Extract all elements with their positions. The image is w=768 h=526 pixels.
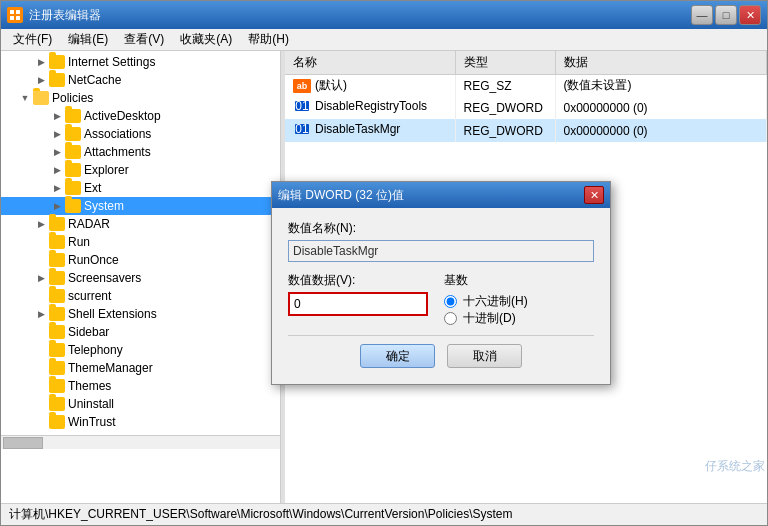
svg-rect-2 <box>10 16 14 20</box>
value-row: 数值数据(V): 基数 十六进制(H) <box>288 272 594 327</box>
tree-item-thememanager[interactable]: ThemeManager <box>1 359 280 377</box>
status-bar: 计算机\HKEY_CURRENT_USER\Software\Microsoft… <box>1 503 767 525</box>
tree-label: ActiveDesktop <box>84 109 161 123</box>
menu-favorites[interactable]: 收藏夹(A) <box>172 29 240 50</box>
tree-item-system[interactable]: ▶ System <box>1 197 280 215</box>
cancel-button[interactable]: 取消 <box>447 344 522 368</box>
expand-icon: ▶ <box>49 198 65 214</box>
tree-item-uninstall[interactable]: Uninstall <box>1 395 280 413</box>
dec-radio-row: 十进制(D) <box>444 310 528 327</box>
expand-icon <box>33 324 49 340</box>
tree-label: NetCache <box>68 73 121 87</box>
tree-item-runonce[interactable]: RunOnce <box>1 251 280 269</box>
folder-icon <box>49 73 65 87</box>
tree-label: Themes <box>68 379 111 393</box>
dialog-body: 数值名称(N): 数值数据(V): 基数 <box>272 208 610 384</box>
tree-label: Run <box>68 235 90 249</box>
folder-icon <box>49 289 65 303</box>
minimize-button[interactable]: — <box>691 5 713 25</box>
tree-item-telephony[interactable]: Telephony <box>1 341 280 359</box>
expand-icon <box>33 342 49 358</box>
expand-icon <box>33 234 49 250</box>
expand-icon: ▶ <box>33 306 49 322</box>
tree-label: Ext <box>84 181 101 195</box>
folder-icon <box>49 343 65 357</box>
folder-icon <box>49 235 65 249</box>
dialog-buttons: 确定 取消 <box>288 335 594 372</box>
maximize-button[interactable]: □ <box>715 5 737 25</box>
dec-label: 十进制(D) <box>463 310 516 327</box>
folder-icon <box>33 91 49 105</box>
close-button[interactable]: ✕ <box>739 5 761 25</box>
reg-name: DisableTaskMgr <box>315 122 400 136</box>
expand-icon <box>33 252 49 268</box>
tree-item-sidebar[interactable]: Sidebar <box>1 323 280 341</box>
hex-radio[interactable] <box>444 295 457 308</box>
expand-icon <box>33 360 49 376</box>
folder-icon <box>65 127 81 141</box>
tree-item-radar[interactable]: ▶ RADAR <box>1 215 280 233</box>
menu-help[interactable]: 帮助(H) <box>240 29 297 50</box>
tree-item-explorer[interactable]: ▶ Explorer <box>1 161 280 179</box>
svg-rect-3 <box>16 16 20 20</box>
expand-icon <box>33 378 49 394</box>
radix-group: 基数 十六进制(H) 十进制(D) <box>444 272 528 327</box>
dialog-close-button[interactable]: ✕ <box>584 186 604 204</box>
folder-icon <box>65 181 81 195</box>
tree-item-screensavers[interactable]: ▶ Screensavers <box>1 269 280 287</box>
table-row[interactable]: 01 DisableTaskMgr REG_DWORD 0x00000000 (… <box>285 119 767 142</box>
tree-panel[interactable]: ▶ Internet Settings ▶ NetCache ▼ Policie… <box>1 51 281 503</box>
col-name: 名称 <box>285 51 455 75</box>
expand-icon: ▶ <box>33 54 49 70</box>
menu-edit[interactable]: 编辑(E) <box>60 29 116 50</box>
folder-icon <box>65 109 81 123</box>
tree-item-policies[interactable]: ▼ Policies <box>1 89 280 107</box>
tree-hscrollbar[interactable] <box>1 435 280 449</box>
tree-item-attachments[interactable]: ▶ Attachments <box>1 143 280 161</box>
tree-item-activedesktop[interactable]: ▶ ActiveDesktop <box>1 107 280 125</box>
tree-label: ThemeManager <box>68 361 153 375</box>
data-label: 数值数据(V): <box>288 272 428 289</box>
tree-item-wintrust[interactable]: WinTrust <box>1 413 280 431</box>
hex-label: 十六进制(H) <box>463 293 528 310</box>
expand-icon: ▶ <box>33 270 49 286</box>
tree-item-shell-extensions[interactable]: ▶ Shell Extensions <box>1 305 280 323</box>
tree-item-themes[interactable]: Themes <box>1 377 280 395</box>
expand-icon: ▶ <box>49 144 65 160</box>
dec-radio[interactable] <box>444 312 457 325</box>
svg-text:01: 01 <box>295 122 309 136</box>
table-row[interactable]: 01 DisableRegistryTools REG_DWORD 0x0000… <box>285 96 767 119</box>
reg-name-cell: 01 DisableRegistryTools <box>285 96 455 119</box>
ok-button[interactable]: 确定 <box>360 344 435 368</box>
svg-rect-0 <box>10 10 14 14</box>
tree-item-run[interactable]: Run <box>1 233 280 251</box>
tree-item-netcache[interactable]: ▶ NetCache <box>1 71 280 89</box>
tree-label: Shell Extensions <box>68 307 157 321</box>
name-label: 数值名称(N): <box>288 220 594 237</box>
dword-icon: 01 <box>293 121 311 137</box>
menu-file[interactable]: 文件(F) <box>5 29 60 50</box>
folder-icon <box>65 145 81 159</box>
reg-name-cell: ab (默认) <box>285 75 455 97</box>
expand-icon <box>33 288 49 304</box>
expand-icon <box>33 414 49 430</box>
main-content: ▶ Internet Settings ▶ NetCache ▼ Policie… <box>1 51 767 503</box>
tree-label: Attachments <box>84 145 151 159</box>
expand-icon: ▶ <box>33 216 49 232</box>
expand-icon: ▶ <box>49 162 65 178</box>
menu-view[interactable]: 查看(V) <box>116 29 172 50</box>
tree-label: WinTrust <box>68 415 116 429</box>
tree-item-ext[interactable]: ▶ Ext <box>1 179 280 197</box>
value-input[interactable] <box>290 294 426 314</box>
name-input[interactable] <box>288 240 594 262</box>
tree-item-internet-settings[interactable]: ▶ Internet Settings <box>1 53 280 71</box>
expand-icon: ▼ <box>17 90 33 106</box>
registry-editor-window: 注册表编辑器 — □ ✕ 文件(F) 编辑(E) 查看(V) 收藏夹(A) 帮助… <box>0 0 768 526</box>
tree-item-associations[interactable]: ▶ Associations <box>1 125 280 143</box>
edit-dword-dialog: 编辑 DWORD (32 位)值 ✕ 数值名称(N): 数值数据(V): <box>271 181 611 385</box>
tree-item-scurrent[interactable]: scurrent <box>1 287 280 305</box>
expand-icon: ▶ <box>49 126 65 142</box>
table-row[interactable]: ab (默认) REG_SZ (数值未设置) <box>285 75 767 97</box>
reg-name: (默认) <box>315 77 347 94</box>
tree-label: RADAR <box>68 217 110 231</box>
